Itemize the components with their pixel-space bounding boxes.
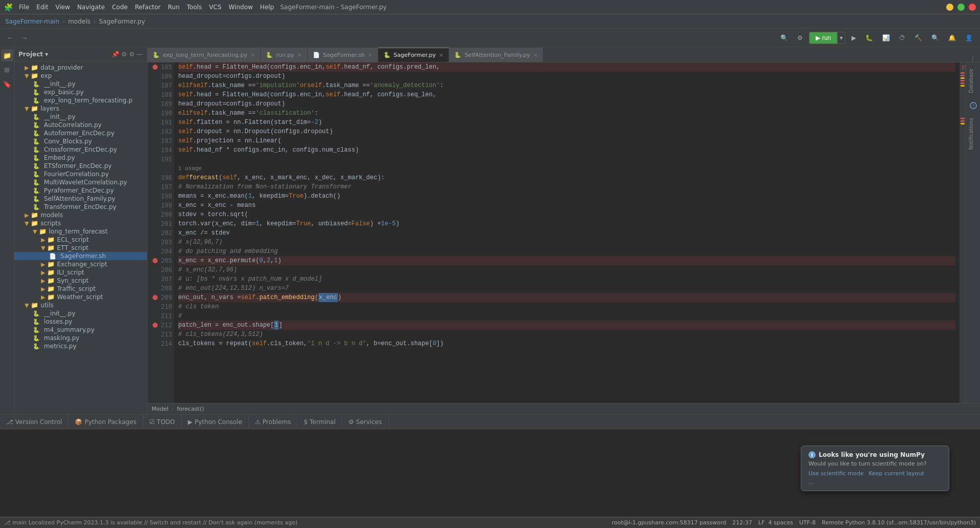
update-message[interactable]: Localized PyCharm 2023.1.3 is available … [29, 519, 297, 526]
menu-tools[interactable]: Tools [187, 4, 202, 11]
lf-indent[interactable]: LF 4 spaces [758, 519, 793, 526]
tab-close-0[interactable]: × [250, 52, 255, 58]
tree-syn[interactable]: ▶📁 Syn_script [14, 277, 147, 285]
bottom-tab-packages[interactable]: 📦 Python Packages [69, 415, 143, 429]
remote-host[interactable]: root@i-1.gpushare.com:58317 password [612, 519, 726, 526]
toolbar-settings[interactable]: ⚙ [794, 32, 806, 44]
tab-selfattn[interactable]: 🐍 SelfAttention_Family.py × [449, 48, 543, 62]
toolbar-back[interactable]: ← [4, 32, 16, 44]
code-content[interactable]: self.head = Flatten_Head(configs.enc_in,… [174, 62, 960, 403]
tree-layers[interactable]: ▼📁 layers [14, 104, 147, 113]
tree-layers-init[interactable]: 🐍 __init__.py [14, 113, 147, 121]
tree-exchange[interactable]: ▶📁 Exchange_script [14, 260, 147, 268]
tree-ili[interactable]: ▶📁 ILI_script [14, 268, 147, 277]
tree-conv[interactable]: 🐍 Conv_Blocks.py [14, 137, 147, 145]
toolbar-find[interactable]: 🔍 [928, 32, 942, 44]
panel-settings[interactable]: ⚙ [121, 51, 127, 58]
breakpoint-209[interactable] [153, 295, 158, 300]
vcs-status[interactable]: ⎇ main [4, 519, 27, 526]
tree-utils[interactable]: ▼📁 utils [14, 301, 147, 309]
database-icon[interactable]: Database [967, 65, 979, 97]
structure-icon-left[interactable]: ⊞ [1, 64, 13, 76]
breadcrumb-file[interactable]: SageFormer.py [99, 18, 145, 25]
interpreter[interactable]: Remote Python 3.8.10 (sf...om:58317/usr/… [822, 519, 976, 526]
menu-vcs[interactable]: VCS [209, 4, 221, 11]
tab-close-4[interactable]: × [533, 52, 538, 58]
tree-models[interactable]: ▶📁 models [14, 211, 147, 219]
panel-minimize[interactable]: — [137, 51, 143, 58]
tree-losses[interactable]: 🐍 losses.py [14, 318, 147, 326]
tree-selfattn[interactable]: 🐍 SelfAttention_Family.py [14, 195, 147, 203]
breakpoint-205[interactable] [153, 258, 158, 263]
tree-crossformer[interactable]: 🐍 Crossformer_EncDec.py [14, 145, 147, 154]
bottom-tab-problems[interactable]: ⚠ Problems [249, 415, 297, 429]
bottom-tab-todo[interactable]: ☑ TODO [143, 415, 182, 429]
tree-m4[interactable]: 🐍 m4_summary.py [14, 326, 147, 334]
tree-exp-long[interactable]: 🐍 exp_long_term_forecasting.p [14, 96, 147, 104]
maximize-button[interactable]: □ [957, 4, 965, 11]
menu-code[interactable]: Code [112, 4, 128, 11]
tree-init[interactable]: 🐍 __init__.py [14, 80, 147, 88]
tab-sageformer-sh[interactable]: 📄 SageFormer.sh × [308, 48, 378, 62]
tree-weather[interactable]: ▶📁 Weather_script [14, 293, 147, 301]
tree-exp-basic[interactable]: 🐍 exp_basic.py [14, 88, 147, 96]
menu-file[interactable]: File [19, 4, 29, 11]
tree-fourier[interactable]: 🐍 FourierCorrelation.py [14, 170, 147, 178]
tree-embed[interactable]: 🐍 Embed.py [14, 154, 147, 162]
link-keep-layout[interactable]: Keep current layout [869, 470, 924, 477]
toolbar-search[interactable]: 🔍 [777, 32, 791, 44]
tree-utils-init[interactable]: 🐍 __init__.py [14, 309, 147, 318]
menu-refactor[interactable]: Refactor [135, 4, 160, 11]
tree-exp[interactable]: ▼📁 exp [14, 72, 147, 80]
minimize-button[interactable]: － [946, 4, 953, 11]
toolbar-build[interactable]: 🔨 [911, 32, 925, 44]
tab-close-1[interactable]: × [297, 52, 302, 58]
tab-close-3[interactable]: × [439, 52, 443, 58]
tab-exp-long[interactable]: 🐍 exp_long_term_forecasting.py × [147, 48, 261, 62]
tree-autocorr[interactable]: 🐍 AutoCorrelation.py [14, 121, 147, 129]
toolbar-user[interactable]: 👤 [962, 32, 976, 44]
toolbar-debug[interactable]: 🐛 [862, 32, 876, 44]
tree-ets[interactable]: 🐍 ETSformer_EncDec.py [14, 162, 147, 170]
breakpoint-185[interactable] [153, 65, 158, 70]
panel-gear[interactable]: ⚙ [129, 51, 135, 58]
tree-pyraformer[interactable]: 🐍 Pyraformer_EncDec.py [14, 186, 147, 195]
toolbar-run-config[interactable]: ▶ [848, 32, 859, 44]
tree-longterm[interactable]: ▼📁 long_term_forecast [14, 227, 147, 236]
menu-help[interactable]: Help [260, 4, 274, 11]
bottom-tab-terminal[interactable]: $ Terminal [297, 415, 342, 429]
encoding[interactable]: UTF-8 [799, 519, 816, 526]
breakpoint-212[interactable] [153, 323, 158, 328]
bookmarks-icon[interactable]: 🔖 [1, 78, 13, 90]
menu-navigate[interactable]: Navigate [77, 4, 105, 11]
tree-masking[interactable]: 🐍 masking.py [14, 334, 147, 342]
toolbar-notifications[interactable]: 🔔 [945, 32, 959, 44]
bottom-tab-services[interactable]: ⚙ Services [343, 415, 389, 429]
menu-edit[interactable]: Edit [36, 4, 48, 11]
method-forecast[interactable]: forecast() [177, 406, 204, 412]
tree-ecl[interactable]: ▶📁 ECL_script [14, 236, 147, 244]
menu-window[interactable]: Window [229, 4, 253, 11]
tree-sageformer-sh[interactable]: 📄 SageFormer.sh [14, 252, 147, 260]
menu-view[interactable]: View [55, 4, 70, 11]
toolbar-profile[interactable]: ⏱ [896, 32, 908, 44]
cursor-position[interactable]: 212:37 [732, 519, 752, 526]
tree-scripts[interactable]: ▼📁 scripts [14, 219, 147, 227]
tab-sageformer-py[interactable]: 🐍 SageFormer.py × [378, 48, 450, 62]
tree-multiwavelet[interactable]: 🐍 MultiWaveletCorrelation.py [14, 178, 147, 186]
tree-ett[interactable]: ▼📁 ETT_script [14, 244, 147, 252]
bottom-tab-python-console[interactable]: ▶ Python Console [182, 415, 249, 429]
panel-pin[interactable]: 📌 [112, 51, 119, 58]
close-button[interactable]: ✕ [969, 4, 976, 11]
tabs-more[interactable]: ⋮ [966, 55, 980, 62]
menu-run[interactable]: Run [168, 4, 180, 11]
tree-transformer[interactable]: 🐍 Transformer_EncDec.py [14, 203, 147, 211]
method-model[interactable]: Model [152, 406, 168, 412]
bottom-tab-vcs[interactable]: ⎇ Version Control [0, 415, 69, 429]
link-scientific[interactable]: Use scientific mode [808, 470, 864, 477]
run-button[interactable]: ▶ run [809, 32, 837, 44]
breadcrumb-models[interactable]: models [68, 18, 91, 25]
tab-run[interactable]: 🐍 run.py × [261, 48, 308, 62]
toolbar-coverage[interactable]: 📊 [879, 32, 893, 44]
project-icon[interactable]: 📁 [1, 49, 13, 61]
